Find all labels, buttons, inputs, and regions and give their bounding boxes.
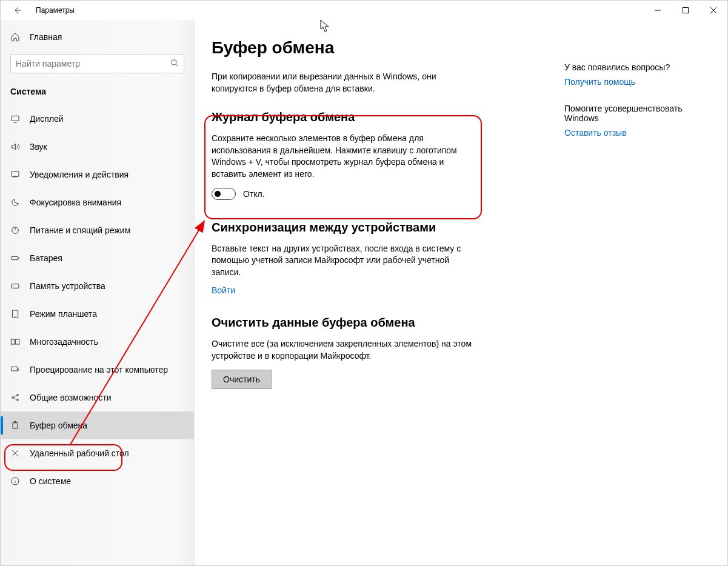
close-icon (710, 7, 716, 13)
nav-item-label: Батарея (30, 253, 62, 263)
nav-item-clipboard[interactable]: Буфер обмена (1, 411, 194, 439)
search-input[interactable] (16, 59, 170, 68)
main-area: Буфер обмена При копировании или вырезан… (195, 20, 727, 565)
history-text: Сохраните несколько элементов в буфер об… (212, 133, 478, 180)
power-icon (10, 225, 20, 235)
tablet-icon (10, 309, 20, 319)
svg-point-10 (15, 316, 15, 316)
sidebar-group-system: Система (1, 81, 194, 105)
battery-icon (10, 253, 20, 263)
nav-item-about[interactable]: О системе (1, 467, 194, 495)
feedback-link[interactable]: Оставить отзыв (564, 128, 704, 138)
svg-point-8 (13, 285, 13, 286)
nav-list: Дисплей Звук Уведомления и действия Фоку… (1, 105, 194, 495)
nav-item-focus-assist[interactable]: Фокусировка внимания (1, 188, 194, 216)
svg-rect-2 (12, 116, 19, 121)
info-icon (10, 476, 20, 486)
nav-item-display[interactable]: Дисплей (1, 105, 194, 133)
projecting-icon (10, 365, 20, 375)
nav-item-battery[interactable]: Батарея (1, 244, 194, 272)
moon-icon (10, 198, 20, 207)
svg-point-15 (17, 395, 19, 396)
svg-point-14 (12, 397, 14, 399)
toggle-thumb (215, 191, 221, 197)
content: Буфер обмена При копировании или вырезан… (195, 20, 558, 565)
sync-heading: Синхронизация между устройствами (212, 221, 534, 235)
sidebar: Главная Система Дисплей Звук (1, 20, 195, 565)
clipboard-icon (10, 421, 20, 430)
display-icon (10, 114, 20, 124)
nav-item-label: Общие возможности (30, 393, 112, 402)
nav-item-label: Режим планшета (30, 309, 97, 319)
svg-point-1 (172, 59, 176, 64)
minimize-icon (655, 7, 661, 13)
nav-item-label: Проецирование на этот компьютер (30, 365, 168, 375)
toggle-label: Откл. (243, 189, 265, 199)
settings-window: Параметры Главная (0, 0, 728, 566)
nav-home-label: Главная (30, 32, 62, 42)
nav-item-label: Память устройства (30, 281, 105, 291)
svg-rect-6 (18, 258, 19, 259)
page-title: Буфер обмена (212, 38, 534, 58)
home-icon (10, 32, 20, 42)
svg-rect-3 (12, 171, 19, 177)
sound-icon (10, 142, 20, 151)
nav-item-shared-experiences[interactable]: Общие возможности (1, 384, 194, 411)
multitasking-icon (10, 337, 20, 347)
nav-item-sound[interactable]: Звук (1, 133, 194, 161)
nav-item-label: Многозадачность (30, 337, 98, 347)
nav-item-label: Удаленный рабочий стол (30, 448, 129, 458)
nav-item-storage[interactable]: Память устройства (1, 272, 194, 300)
nav-item-notifications[interactable]: Уведомления и действия (1, 161, 194, 188)
history-toggle[interactable]: Откл. (212, 188, 534, 200)
questions-heading: У вас появились вопросы? (564, 62, 704, 72)
sync-text: Вставьте текст на других устройствах, по… (212, 243, 478, 279)
search-box[interactable] (10, 54, 184, 73)
nav-item-tablet-mode[interactable]: Режим планшета (1, 300, 194, 328)
nav-item-label: Уведомления и действия (30, 170, 129, 179)
nav-item-label: Питание и спящий режим (30, 225, 130, 235)
nav-item-label: О системе (30, 476, 71, 486)
maximize-button[interactable] (672, 1, 700, 20)
section-clear: Очистить данные буфера обмена Очистите в… (212, 316, 534, 388)
back-button[interactable] (5, 1, 30, 20)
remote-desktop-icon (10, 448, 20, 458)
svg-rect-7 (12, 284, 19, 288)
improve-heading: Помогите усовершенствовать Windows (564, 104, 704, 123)
search-icon (170, 59, 179, 69)
section-sync: Синхронизация между устройствами Вставьт… (212, 221, 534, 296)
nav-item-label: Буфер обмена (30, 421, 87, 430)
svg-rect-12 (16, 339, 19, 344)
arrow-left-icon (13, 5, 22, 15)
nav-item-remote-desktop[interactable]: Удаленный рабочий стол (1, 439, 194, 467)
maximize-icon (683, 7, 689, 13)
minimize-button[interactable] (644, 1, 672, 20)
sync-signin-link[interactable]: Войти (212, 285, 235, 295)
nav-home[interactable]: Главная (1, 25, 194, 49)
clear-button[interactable]: Очистить (212, 370, 272, 389)
history-heading: Журнал буфера обмена (212, 110, 534, 124)
svg-rect-0 (683, 8, 689, 13)
toggle-track[interactable] (212, 188, 236, 200)
close-button[interactable] (700, 1, 727, 20)
shared-icon (10, 393, 20, 402)
storage-icon (10, 281, 20, 291)
intro-text: При копировании или вырезании данных в W… (212, 71, 478, 95)
nav-item-multitasking[interactable]: Многозадачность (1, 328, 194, 356)
svg-point-16 (17, 399, 19, 401)
nav-item-label: Дисплей (30, 114, 64, 124)
clear-text: Очистите все (за исключением закрепленны… (212, 338, 478, 362)
nav-item-label: Звук (30, 142, 47, 151)
nav-item-label: Фокусировка внимания (30, 198, 121, 207)
nav-item-power[interactable]: Питание и спящий режим (1, 216, 194, 244)
notifications-icon (10, 170, 20, 179)
right-pane: У вас появились вопросы? Получить помощь… (558, 20, 716, 565)
titlebar: Параметры (1, 1, 727, 20)
svg-rect-5 (12, 256, 18, 259)
window-title: Параметры (30, 6, 75, 15)
section-clipboard-history: Журнал буфера обмена Сохраните несколько… (212, 110, 534, 199)
nav-item-projecting[interactable]: Проецирование на этот компьютер (1, 356, 194, 384)
svg-rect-13 (12, 367, 17, 371)
clear-heading: Очистить данные буфера обмена (212, 316, 534, 330)
get-help-link[interactable]: Получить помощь (564, 77, 704, 87)
